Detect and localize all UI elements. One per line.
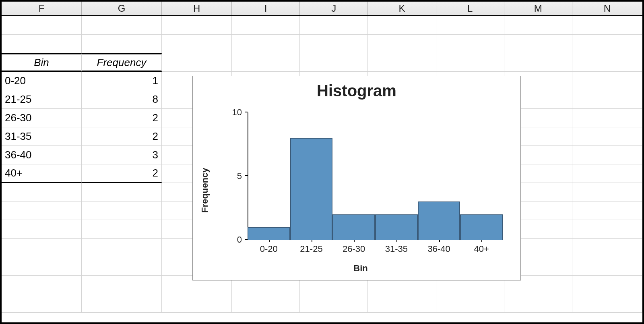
- table-row[interactable]: 26-30: [2, 109, 82, 127]
- cell[interactable]: [2, 294, 82, 313]
- cell-M2[interactable]: [504, 35, 572, 53]
- table-row[interactable]: 21-25: [2, 90, 82, 109]
- cell-L2[interactable]: [436, 35, 504, 53]
- y-tick-label: 10: [232, 107, 242, 118]
- cell-H3[interactable]: [162, 53, 232, 72]
- cell[interactable]: [2, 257, 82, 276]
- cell[interactable]: [2, 276, 82, 294]
- cell[interactable]: [82, 257, 162, 276]
- cell-F2[interactable]: [2, 35, 82, 53]
- cell[interactable]: [82, 201, 162, 220]
- cell-J2[interactable]: [300, 35, 368, 53]
- table-row[interactable]: 8: [82, 90, 162, 109]
- cell-J1[interactable]: [300, 16, 368, 35]
- table-row[interactable]: 2: [82, 127, 162, 146]
- table-row[interactable]: 3: [82, 146, 162, 164]
- y-tick-label: 0: [237, 235, 242, 245]
- cell-K3[interactable]: [368, 53, 436, 72]
- x-tick-mark: [439, 240, 440, 242]
- cell-M1[interactable]: [504, 16, 572, 35]
- cell-N9[interactable]: [572, 164, 642, 183]
- cell-M3[interactable]: [504, 53, 572, 72]
- cell-N2[interactable]: [572, 35, 642, 53]
- chart-title: Histogram: [193, 82, 520, 100]
- cell[interactable]: [436, 294, 504, 313]
- x-tick-mark: [396, 240, 397, 242]
- cell-K2[interactable]: [368, 35, 436, 53]
- cell[interactable]: [232, 294, 300, 313]
- cell[interactable]: [82, 183, 162, 201]
- cell[interactable]: [2, 201, 82, 220]
- cell-K1[interactable]: [368, 16, 436, 35]
- col-header-N[interactable]: N: [572, 2, 642, 15]
- plot: 0 5 10 0-2021-2526-3031-3536-4040+: [248, 112, 503, 240]
- cell-F1[interactable]: [2, 16, 82, 35]
- cell[interactable]: [572, 294, 642, 313]
- cell-G1[interactable]: [82, 16, 162, 35]
- cell[interactable]: [2, 220, 82, 239]
- table-row[interactable]: 36-40: [2, 146, 82, 164]
- cell[interactable]: [572, 183, 642, 201]
- cell[interactable]: [572, 276, 642, 294]
- x-tick-mark: [481, 240, 482, 242]
- bar: [460, 214, 503, 240]
- cell-I3[interactable]: [232, 53, 300, 72]
- col-header-K[interactable]: K: [368, 2, 436, 15]
- col-header-I[interactable]: I: [232, 2, 300, 15]
- cell-L3[interactable]: [436, 53, 504, 72]
- cell-N6[interactable]: [572, 109, 642, 127]
- table-row[interactable]: 40+: [2, 164, 82, 183]
- cell[interactable]: [82, 220, 162, 239]
- bar: [290, 138, 333, 240]
- cell[interactable]: [504, 294, 572, 313]
- col-header-F[interactable]: F: [2, 2, 82, 15]
- col-header-H[interactable]: H: [162, 2, 232, 15]
- cell[interactable]: [2, 183, 82, 201]
- col-header-J[interactable]: J: [300, 2, 368, 15]
- cell-J3[interactable]: [300, 53, 368, 72]
- cell[interactable]: [572, 201, 642, 220]
- cell[interactable]: [572, 220, 642, 239]
- table-row[interactable]: 31-35: [2, 127, 82, 146]
- bar: [375, 214, 418, 240]
- cell[interactable]: [368, 294, 436, 313]
- cell-I2[interactable]: [232, 35, 300, 53]
- col-header-L[interactable]: L: [436, 2, 504, 15]
- x-tick-label: 31-35: [375, 240, 418, 256]
- cell[interactable]: [300, 294, 368, 313]
- cell-G2[interactable]: [82, 35, 162, 53]
- cell-H2[interactable]: [162, 35, 232, 53]
- cell-L1[interactable]: [436, 16, 504, 35]
- cell[interactable]: [162, 294, 232, 313]
- cell[interactable]: [572, 257, 642, 276]
- cell[interactable]: [82, 276, 162, 294]
- cell[interactable]: [82, 239, 162, 257]
- x-tick-mark: [269, 240, 270, 242]
- cell-N8[interactable]: [572, 146, 642, 164]
- x-tick-labels: 0-2021-2526-3031-3536-4040+: [248, 240, 503, 256]
- cell[interactable]: [2, 239, 82, 257]
- column-headers: F G H I J K L M N: [2, 2, 642, 16]
- cell-N5[interactable]: [572, 90, 642, 109]
- table-header-bin[interactable]: Bin: [2, 53, 82, 72]
- histogram-chart[interactable]: Histogram Frequency Bin 0 5 10 0-2021-25…: [192, 76, 521, 280]
- table-row[interactable]: 1: [82, 72, 162, 90]
- table-row[interactable]: 2: [82, 109, 162, 127]
- col-header-M[interactable]: M: [504, 2, 572, 15]
- cell-N1[interactable]: [572, 16, 642, 35]
- x-tick-mark: [354, 240, 355, 242]
- cell-N7[interactable]: [572, 127, 642, 146]
- cell-I1[interactable]: [232, 16, 300, 35]
- cell-H1[interactable]: [162, 16, 232, 35]
- table-header-frequency[interactable]: Frequency: [82, 53, 162, 72]
- chart-plot-area: Frequency Bin 0 5 10 0-2021-2526-3031-35…: [209, 108, 512, 272]
- table-row[interactable]: 2: [82, 164, 162, 183]
- y-axis-label: Frequency: [200, 168, 210, 212]
- cell[interactable]: [572, 239, 642, 257]
- bar: [332, 214, 375, 240]
- cell-N3[interactable]: [572, 53, 642, 72]
- cell[interactable]: [82, 294, 162, 313]
- cell-N4[interactable]: [572, 72, 642, 90]
- col-header-G[interactable]: G: [82, 2, 162, 15]
- table-row[interactable]: 0-20: [2, 72, 82, 90]
